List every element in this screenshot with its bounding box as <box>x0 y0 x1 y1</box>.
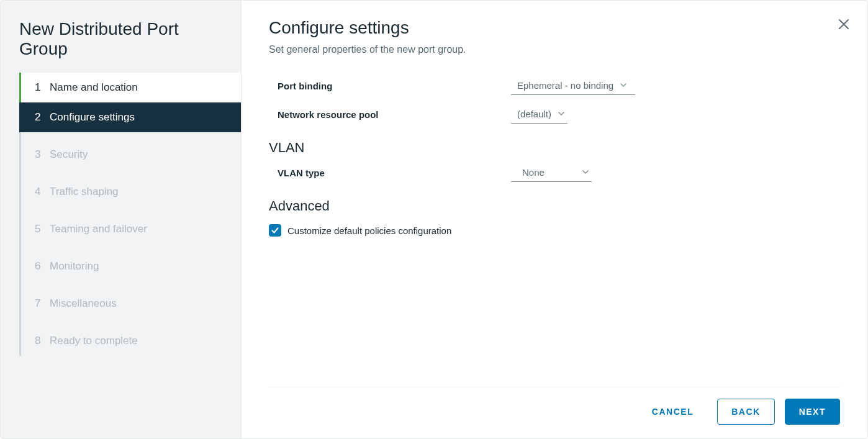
row-port-binding: Port binding Ephemeral - no binding <box>269 71 840 100</box>
row-customize-policies: Customize default policies configuration <box>269 224 840 237</box>
close-icon <box>838 18 850 30</box>
wizard-footer: CANCEL BACK NEXT <box>269 387 840 438</box>
step-traffic-shaping: 4 Traffic shaping <box>21 177 241 207</box>
check-icon <box>271 226 279 235</box>
step-configure-settings[interactable]: 2 Configure settings <box>21 102 241 132</box>
step-label: Monitoring <box>50 260 99 273</box>
close-button[interactable] <box>838 18 850 30</box>
step-number: 2 <box>35 111 47 124</box>
step-teaming-and-failover: 5 Teaming and failover <box>21 214 241 244</box>
step-number: 7 <box>35 297 47 310</box>
label-network-resource-pool: Network resource pool <box>269 109 511 120</box>
page-title: Configure settings <box>269 18 840 38</box>
wizard-sidebar: New Distributed Port Group 1 Name and lo… <box>1 1 242 438</box>
checkbox-customize-policies[interactable] <box>269 224 281 237</box>
next-button[interactable]: NEXT <box>785 399 840 425</box>
select-value: Ephemeral - no binding <box>517 80 613 91</box>
step-miscellaneous: 7 Miscellaneous <box>21 289 241 319</box>
select-network-resource-pool[interactable]: (default) <box>511 105 567 124</box>
wizard-content: Configure settings Set general propertie… <box>242 1 867 438</box>
row-network-resource-pool: Network resource pool (default) <box>269 100 840 129</box>
section-vlan: VLAN <box>269 140 840 156</box>
wizard-title: New Distributed Port Group <box>1 16 241 73</box>
step-label: Configure settings <box>50 111 135 124</box>
back-button[interactable]: BACK <box>717 399 774 425</box>
step-monitoring: 6 Monitoring <box>21 251 241 281</box>
label-customize-policies: Customize default policies configuration <box>287 225 451 236</box>
step-name-and-location[interactable]: 1 Name and location <box>21 73 241 102</box>
step-label: Traffic shaping <box>50 186 119 198</box>
page-subtitle: Set general properties of the new port g… <box>269 44 840 55</box>
step-number: 6 <box>35 260 47 273</box>
row-vlan-type: VLAN type None <box>269 158 840 187</box>
chevron-down-icon <box>582 167 589 178</box>
step-security: 3 Security <box>21 140 241 170</box>
label-port-binding: Port binding <box>269 81 511 91</box>
step-number: 1 <box>35 81 47 94</box>
wizard-dialog: New Distributed Port Group 1 Name and lo… <box>0 0 868 439</box>
select-port-binding[interactable]: Ephemeral - no binding <box>511 76 635 95</box>
section-advanced: Advanced <box>269 198 840 214</box>
step-number: 4 <box>35 186 47 198</box>
chevron-down-icon <box>620 80 627 91</box>
step-label: Security <box>50 148 88 161</box>
step-number: 8 <box>35 335 47 347</box>
select-value: (default) <box>517 109 551 119</box>
step-label: Miscellaneous <box>50 297 117 310</box>
select-value: None <box>522 167 545 178</box>
step-number: 5 <box>35 223 47 235</box>
step-label: Teaming and failover <box>50 223 147 235</box>
step-label: Ready to complete <box>50 335 138 347</box>
cancel-button[interactable]: CANCEL <box>638 399 707 424</box>
chevron-down-icon <box>558 109 565 119</box>
step-ready-to-complete: 8 Ready to complete <box>21 326 241 356</box>
wizard-steps: 1 Name and location 2 Configure settings… <box>19 73 241 356</box>
select-vlan-type[interactable]: None <box>511 163 592 182</box>
step-number: 3 <box>35 148 47 161</box>
step-label: Name and location <box>50 81 138 94</box>
label-vlan-type: VLAN type <box>269 168 511 178</box>
